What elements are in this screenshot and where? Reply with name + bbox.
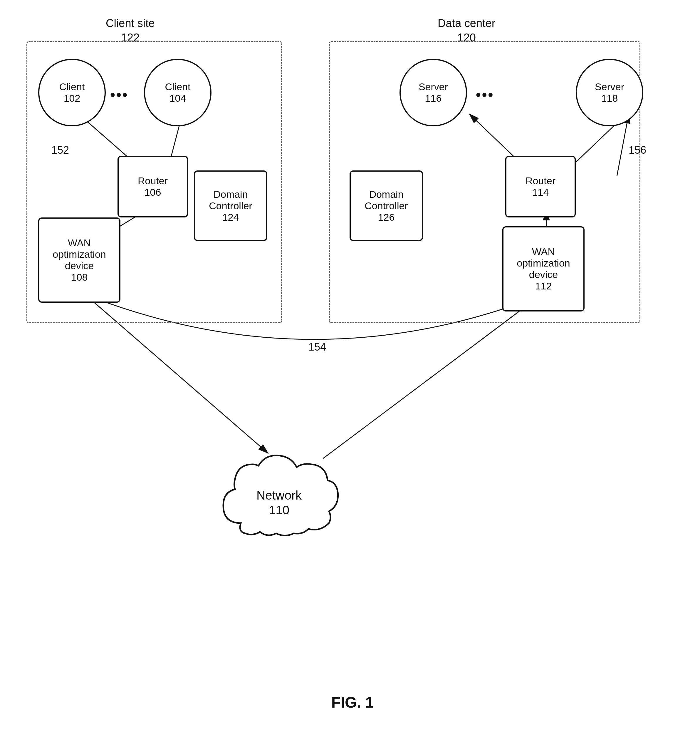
- domain-controller-124-node: Domain Controller 124: [194, 171, 267, 241]
- label-152: 152: [51, 144, 69, 156]
- diagram: Client site 122 Data center 120 Client 1…: [0, 0, 700, 732]
- fig-label: FIG. 1: [309, 694, 397, 711]
- network-110-node: Network 110: [206, 441, 353, 552]
- svg-line-7: [323, 300, 535, 458]
- client-102-node: Client 102: [38, 59, 106, 127]
- client-104-node: Client 104: [144, 59, 212, 127]
- server-118-node: Server 118: [576, 59, 643, 127]
- router-106-node: Router 106: [118, 156, 188, 218]
- client-site-label: Client site 122: [106, 16, 155, 45]
- svg-text:110: 110: [269, 503, 289, 517]
- server-dots: •••: [476, 87, 494, 103]
- label-154: 154: [309, 341, 326, 353]
- domain-controller-126-node: Domain Controller 126: [350, 171, 423, 241]
- label-156: 156: [629, 144, 646, 156]
- svg-text:Network: Network: [256, 488, 302, 502]
- wan-112-node: WAN optimization device 112: [502, 226, 585, 311]
- client-dots: •••: [110, 87, 128, 103]
- wan-108-node: WAN optimization device 108: [38, 218, 121, 303]
- server-116-node: Server 116: [400, 59, 467, 127]
- router-114-node: Router 114: [505, 156, 576, 218]
- data-center-label: Data center 120: [438, 16, 495, 45]
